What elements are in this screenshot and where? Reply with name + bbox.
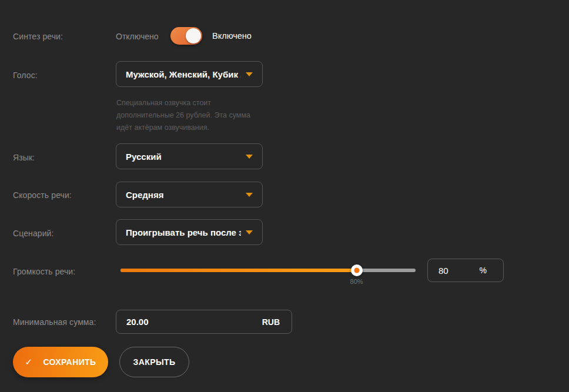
toggle-on-label: Включено bbox=[212, 31, 252, 41]
language-dropdown[interactable]: Русский bbox=[116, 143, 263, 169]
save-button[interactable]: ✓ СОХРАНИТЬ bbox=[13, 347, 108, 377]
speech-rate-label: Скорость речи: bbox=[13, 190, 72, 200]
speech-synthesis-label: Синтез речи: bbox=[13, 32, 63, 41]
language-dropdown-value: Русский bbox=[126, 152, 241, 162]
scenario-dropdown-value: Проигрывать речь после з... bbox=[126, 227, 241, 237]
chevron-down-icon bbox=[246, 155, 253, 159]
scenario-label: Сценарий: bbox=[13, 229, 54, 238]
toggle-knob-icon bbox=[186, 28, 201, 43]
min-amount-input-value: 20.00 bbox=[126, 317, 149, 327]
min-amount-input[interactable]: 20.00 RUB bbox=[116, 310, 292, 334]
voice-label: Голос: bbox=[13, 71, 38, 80]
volume-label: Громкость речи: bbox=[13, 267, 75, 276]
volume-input[interactable]: 80 % bbox=[427, 259, 504, 282]
volume-slider[interactable]: 80% bbox=[121, 269, 416, 272]
volume-slider-fill bbox=[121, 269, 357, 272]
speech-settings-panel: Синтез речи: Отключено Включено Голос: М… bbox=[0, 0, 569, 392]
close-button[interactable]: ЗАКРЫТЬ bbox=[119, 347, 189, 377]
check-icon: ✓ bbox=[25, 357, 32, 367]
chevron-down-icon bbox=[246, 193, 253, 197]
volume-slider-knob[interactable] bbox=[351, 264, 363, 276]
volume-slider-value-label: 80% bbox=[350, 278, 363, 285]
speech-rate-dropdown[interactable]: Средняя bbox=[116, 182, 263, 207]
chevron-down-icon bbox=[246, 230, 253, 234]
scenario-dropdown[interactable]: Проигрывать речь после з... bbox=[116, 219, 263, 245]
speech-synthesis-toggle[interactable] bbox=[170, 27, 202, 45]
voice-dropdown[interactable]: Мужской, Женский, Кубик ... bbox=[116, 61, 263, 87]
min-amount-label: Минимальная сумма: bbox=[13, 317, 96, 327]
save-button-label: СОХРАНИТЬ bbox=[43, 357, 96, 367]
speech-rate-dropdown-value: Средняя bbox=[126, 190, 241, 200]
voice-dropdown-value: Мужской, Женский, Кубик ... bbox=[126, 69, 241, 79]
toggle-off-label: Отключено bbox=[116, 32, 159, 41]
close-button-label: ЗАКРЫТЬ bbox=[133, 357, 176, 367]
language-label: Язык: bbox=[13, 153, 35, 162]
volume-unit-label: % bbox=[480, 266, 487, 275]
chevron-down-icon bbox=[246, 72, 253, 76]
voice-help-text: Специальная озвучка стоит дополнительные… bbox=[116, 97, 268, 134]
currency-label: RUB bbox=[262, 317, 280, 327]
volume-input-value: 80 bbox=[439, 266, 448, 276]
